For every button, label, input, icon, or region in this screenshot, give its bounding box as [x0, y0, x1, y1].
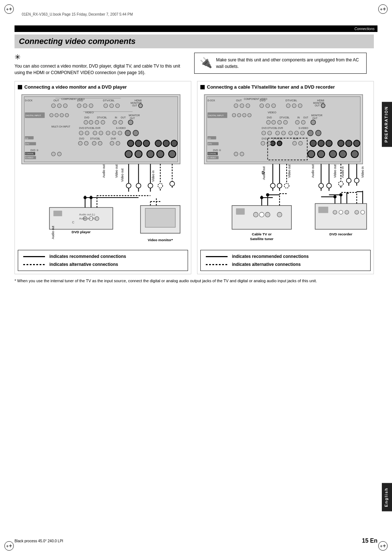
corner-mark-bl: + [4, 541, 14, 551]
svg-text:DVD ①: DVD ① [213, 149, 221, 151]
svg-text:DVD: DVD [79, 137, 84, 140]
svg-text:DVD recorder: DVD recorder [330, 232, 352, 236]
svg-text:OUT: OUT [130, 117, 135, 119]
svg-point-24 [55, 113, 58, 117]
svg-point-35 [84, 120, 88, 124]
section-header-bar: Connections [15, 25, 377, 32]
main-content: Connecting video components ✳ You can al… [15, 35, 374, 533]
right-legend-recommended: indicates recommended connections [206, 254, 365, 259]
svg-point-91 [148, 183, 153, 188]
svg-point-132 [240, 104, 244, 108]
svg-point-195 [354, 140, 360, 146]
svg-point-139 [298, 104, 302, 108]
svg-point-145 [232, 113, 236, 117]
svg-point-231 [253, 212, 258, 217]
svg-point-79 [135, 150, 142, 158]
svg-text:DVD: DVD [84, 116, 89, 119]
svg-point-142 [321, 104, 325, 108]
page-title-bar: Connecting video components [15, 35, 374, 48]
svg-point-198 [308, 150, 315, 158]
warning-section: 🔌 Make sure that this unit and other com… [194, 53, 367, 74]
svg-text:S-VIDEO: S-VIDEO [298, 127, 308, 129]
svg-text:Video out: Video out [121, 168, 124, 182]
svg-text:OUT: OUT [303, 116, 309, 119]
left-legend-alternative-text: indicates alternative connections [49, 262, 118, 267]
svg-point-234 [277, 212, 282, 217]
svg-rect-1 [24, 97, 177, 162]
svg-point-202 [351, 150, 359, 158]
svg-point-20 [139, 104, 143, 108]
right-section-heading: Connecting a cable TV/satellite tuner an… [200, 84, 371, 90]
svg-text:DVD player: DVD player [72, 230, 90, 234]
svg-text:MONITOR: MONITOR [311, 114, 322, 117]
svg-text:DVD ①: DVD ① [30, 149, 38, 151]
svg-point-131 [234, 104, 238, 108]
svg-text:Cable TV or: Cable TV or [252, 232, 272, 236]
svg-text:Video out: Video out [333, 164, 337, 178]
svg-point-218 [327, 183, 331, 188]
svg-point-9 [52, 104, 56, 108]
svg-point-11 [63, 104, 67, 108]
warning-text: Make sure that this unit and other compo… [216, 57, 362, 70]
right-legend-alternative-text: indicates alternative connections [232, 262, 301, 267]
svg-point-168 [282, 131, 286, 135]
svg-point-136 [271, 104, 275, 108]
svg-text:VIDEO: VIDEO [85, 111, 94, 114]
svg-point-221 [354, 178, 359, 183]
right-diagram-col: Connecting a cable TV/satellite tuner an… [197, 81, 374, 274]
svg-point-37 [95, 120, 99, 124]
svg-rect-230 [236, 208, 245, 214]
left-legend-recommended: indicates recommended connections [23, 254, 183, 259]
svg-point-17 [115, 104, 119, 108]
svg-text:VIDEO: VIDEO [268, 111, 276, 114]
right-legend-box: indicates recommended connections indica… [200, 250, 371, 271]
page-number: 15 En [362, 538, 377, 544]
left-legend-alternative: indicates alternative connections [23, 262, 183, 267]
svg-text:DVD: DVD [267, 116, 272, 119]
svg-point-48 [99, 131, 103, 135]
right-legend-alternative: indicates alternative connections [206, 262, 365, 267]
svg-point-146 [237, 113, 241, 117]
svg-point-217 [319, 183, 323, 188]
left-diagram-col: Connecting a video monitor and a DVD pla… [15, 81, 191, 274]
svg-text:Video in: Video in [151, 170, 155, 182]
svg-point-159 [283, 120, 287, 124]
svg-point-13 [83, 104, 87, 108]
svg-point-14 [89, 104, 93, 108]
svg-point-39 [113, 120, 117, 124]
svg-text:Audio out: Audio out [102, 164, 106, 178]
svg-rect-238 [318, 207, 328, 213]
english-tab: English [382, 483, 392, 511]
svg-point-16 [110, 104, 114, 108]
svg-point-10 [57, 104, 61, 108]
svg-point-179 [270, 141, 275, 146]
svg-point-64 [116, 141, 120, 145]
svg-text:COMPONENT VIDEO: COMPONENT VIDEO [61, 98, 85, 100]
svg-point-41 [128, 120, 133, 125]
svg-point-181 [261, 141, 265, 145]
svg-text:DTV/CBL: DTV/CBL [286, 99, 297, 102]
svg-point-92 [158, 183, 163, 188]
left-section-heading: Connecting a video monitor and a DVD pla… [18, 84, 188, 90]
svg-point-194 [346, 140, 352, 146]
svg-point-172 [308, 130, 313, 136]
left-heading-text: Connecting a video monitor and a DVD pla… [24, 84, 127, 90]
solid-line-icon [23, 256, 45, 257]
svg-rect-124 [207, 97, 360, 162]
bottom-info-text: Black process 45.0° 240.0 LPI [15, 539, 63, 543]
svg-point-240 [339, 210, 343, 214]
svg-point-36 [89, 120, 93, 124]
svg-text:Video in: Video in [361, 166, 364, 178]
svg-point-171 [301, 131, 305, 135]
svg-point-242 [355, 210, 359, 214]
svg-point-96 [170, 181, 175, 186]
svg-point-81 [157, 150, 164, 158]
svg-point-161 [301, 120, 305, 124]
svg-point-75 [171, 140, 177, 146]
svg-point-52 [125, 130, 131, 136]
svg-point-40 [119, 120, 123, 124]
svg-point-89 [126, 183, 131, 188]
svg-text:COAXIAL: COAXIAL [25, 153, 34, 155]
svg-point-148 [248, 113, 251, 117]
svg-text:OUT: OUT [53, 99, 59, 102]
